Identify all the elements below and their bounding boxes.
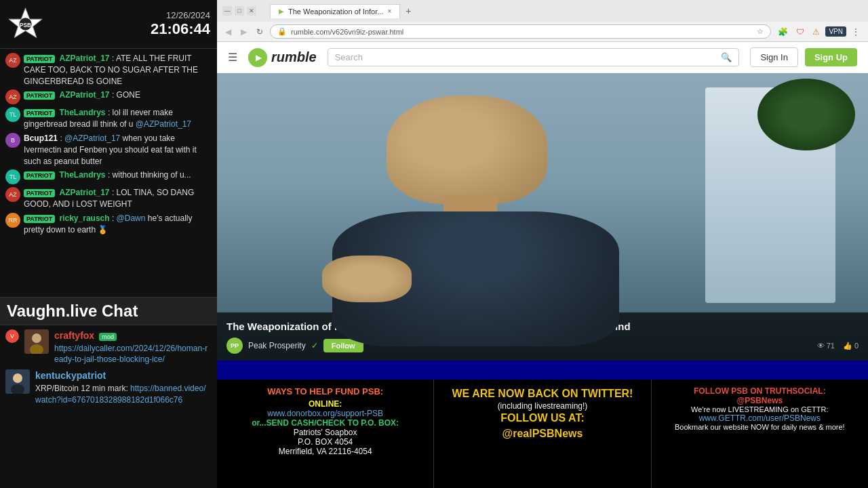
- twitter-handle: @realPSBNews: [443, 426, 641, 441]
- forward-button[interactable]: ▶: [238, 26, 250, 38]
- message-text: :: [112, 214, 117, 223]
- mail-label: or...SEND CASH/CHECK TO P.O. BOX:: [226, 418, 424, 428]
- avatar: AZ: [5, 89, 20, 104]
- list-item: AZ PATRIOT AZPatriot_17 : ATE ALL THE FR…: [5, 53, 212, 87]
- menu-button[interactable]: ⋮: [849, 26, 863, 38]
- psb-logo: PSB: [7, 5, 44, 43]
- tab-title: The Weaponization of Infor...: [288, 7, 383, 16]
- person-shape: [315, 87, 673, 346]
- list-item: AZ PATRIOT AZPatriot_17 : LOL TINA, SO D…: [5, 187, 212, 210]
- message-link: https://banned.video/watch?id=6767018328…: [35, 384, 205, 405]
- vpn-button[interactable]: VPN: [825, 26, 846, 37]
- patriot-badge: PATRIOT: [24, 109, 55, 117]
- tab-close-button[interactable]: ×: [387, 7, 391, 15]
- search-placeholder: Search: [335, 52, 717, 62]
- channel-name: Peak Prosperity: [248, 341, 306, 350]
- close-window-button[interactable]: ✕: [247, 6, 256, 16]
- avatar: AZ: [5, 187, 20, 202]
- username: AZPatriot_17: [60, 54, 110, 63]
- psb-time: 21:06:44: [151, 20, 210, 38]
- list-item: TL PATRIOT TheLandrys : lol ill never ma…: [5, 107, 212, 130]
- psb-datetime: 12/26/2024 21:06:44: [151, 10, 210, 38]
- user-avatar-img: [5, 369, 30, 394]
- rumble-logo[interactable]: ▶ rumble: [248, 48, 317, 67]
- truthsocial-handle: @PSBNews: [661, 396, 859, 405]
- view-count: 👁 71: [817, 342, 835, 350]
- ticker-bar: d to Close Out 2024 • Poll: Javier Milei…: [217, 361, 868, 380]
- rumble-navbar: ☰ ▶ rumble Search 🔍 Sign In Sign Up: [217, 42, 868, 73]
- minimize-button[interactable]: —: [222, 6, 232, 16]
- bookmark-label: Bookmark our website NOW for daily news …: [661, 423, 859, 431]
- like-count: 👍 0: [843, 342, 859, 350]
- avatar: B: [5, 133, 20, 148]
- browser-window-controls: — □ ✕: [222, 6, 256, 16]
- sign-up-button[interactable]: Sign Up: [805, 48, 857, 66]
- browser-title-bar: — □ ✕ ▶ The Weaponization of Infor... × …: [217, 0, 868, 22]
- address-bar-row: ◀ ▶ ↻ 🔒 rumble.com/v626vn9iz-pswar.html …: [217, 22, 868, 41]
- follow-label: FOLLOW US AT:: [443, 411, 641, 426]
- address: Merrifield, VA 22116-4054: [226, 447, 424, 456]
- username: AZPatriot_17: [60, 90, 110, 100]
- hamburger-menu-icon[interactable]: ☰: [228, 51, 237, 64]
- browser-chrome: — □ ✕ ▶ The Weaponization of Infor... × …: [217, 0, 868, 42]
- eye-icon: 👁: [817, 342, 825, 350]
- shield-icon: 🛡: [793, 26, 807, 38]
- sign-in-button[interactable]: Sign In: [750, 47, 797, 67]
- username: TheLandrys: [60, 108, 106, 117]
- message-text: : without thinking of u...: [108, 170, 191, 180]
- po-box: P.O. BOX 4054: [226, 437, 424, 447]
- username: craftyfox: [54, 330, 94, 341]
- gettr-label: We're now LIVESTREAMING on GETTR:: [661, 405, 859, 413]
- fund-info-col: WAYS TO HELP FUND PSB: ONLINE: www.donor…: [217, 380, 434, 488]
- truthsocial-title: FOLLOW PSB ON TRUTHSOCIAL:: [661, 386, 859, 396]
- username: kentuckypatriot: [35, 370, 106, 381]
- psb-header: PSB 12/26/2024 21:06:44: [0, 0, 217, 49]
- vaughn-chat-area: V craftyfox mod https://dailycaller.com/…: [0, 325, 217, 488]
- mention: @Dawn: [117, 214, 146, 223]
- extensions-button[interactable]: 🧩: [775, 26, 791, 38]
- bookmark-icon[interactable]: ☆: [757, 27, 764, 36]
- refresh-button[interactable]: ↻: [254, 26, 266, 38]
- avatar: RR: [5, 213, 20, 228]
- username: TheLandrys: [60, 170, 106, 180]
- tab-bar: ▶ The Weaponization of Infor... × +: [264, 3, 863, 19]
- gettr-url[interactable]: www.GETTR.com/user/PSBNews: [661, 413, 859, 423]
- maximize-button[interactable]: □: [235, 6, 244, 16]
- patriot-badge: PATRIOT: [24, 189, 55, 197]
- new-tab-button[interactable]: +: [400, 3, 416, 19]
- auth-buttons: Sign In Sign Up: [750, 47, 857, 67]
- username: AZPatriot_17: [60, 188, 110, 197]
- ticker-text: d to Close Out 2024 • Poll: Javier Milei…: [217, 365, 868, 375]
- tab-favicon: ▶: [279, 7, 284, 15]
- svg-text:PSB: PSB: [20, 22, 31, 28]
- list-item: TL PATRIOT TheLandrys : without thinking…: [5, 169, 212, 184]
- plant-decoration: [757, 79, 855, 150]
- address-bar[interactable]: 🔒 rumble.com/v626vn9iz-pswar.html ☆: [270, 24, 771, 39]
- bottom-info-bar: WAYS TO HELP FUND PSB: ONLINE: www.donor…: [217, 380, 868, 488]
- list-item: RR PATRIOT ricky_rausch : @Dawn he's act…: [5, 213, 212, 236]
- search-icon[interactable]: 🔍: [721, 52, 732, 62]
- username: ricky_rausch: [60, 214, 110, 223]
- url-text: rumble.com/v626vn9iz-pswar.html: [291, 28, 753, 36]
- back-button[interactable]: ◀: [222, 26, 234, 38]
- browser-actions: 🧩 🛡 ⚠ VPN ⋮: [775, 26, 863, 38]
- avatar: [5, 369, 30, 394]
- left-panel: PSB 12/26/2024 21:06:44 AZ PATRIOT AZPat…: [0, 0, 217, 488]
- avatar: [24, 329, 49, 354]
- svg-point-7: [13, 373, 22, 383]
- lock-icon: 🔒: [277, 27, 287, 36]
- donate-url[interactable]: www.donorbox.org/support-PSB: [226, 409, 424, 418]
- list-item: AZ PATRIOT AZPatriot_17 : GONE: [5, 89, 212, 104]
- vaughn-section-header: Vaughn.live Chat: [0, 297, 217, 325]
- video-container[interactable]: The Weaponization of Information and Dig…: [217, 73, 868, 361]
- twitter-subtitle: (including livestreaming!): [443, 401, 641, 411]
- warning-icon: ⚠: [810, 26, 823, 38]
- vaughn-title: Vaughn.live Chat: [7, 302, 210, 321]
- thumb-icon: 👍: [843, 342, 852, 350]
- rumble-page: ☰ ▶ rumble Search 🔍 Sign In Sign Up: [217, 42, 868, 488]
- avatar: AZ: [5, 53, 20, 68]
- username: Bcup121: [24, 134, 58, 143]
- browser-tab[interactable]: ▶ The Weaponization of Infor... ×: [270, 4, 400, 18]
- search-bar[interactable]: Search 🔍: [328, 48, 740, 66]
- psb-star-icon: PSB: [7, 5, 44, 43]
